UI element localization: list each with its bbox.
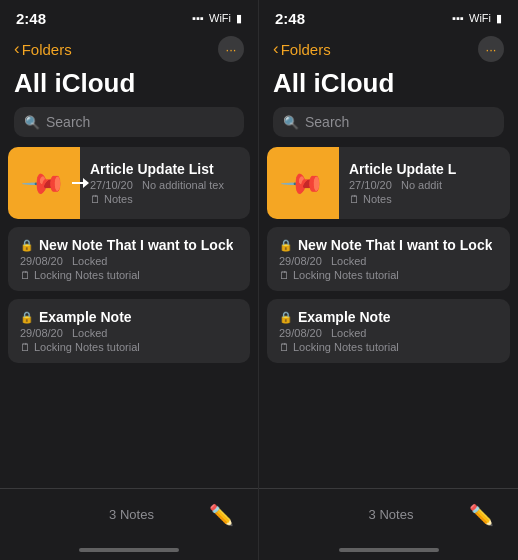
status-icons-left: ▪▪▪ WiFi ▮ [192,12,242,25]
locked-title-1-right: New Note That I want to Lock [298,237,492,253]
locked-header-2-right: 🔒 Example Note [279,309,498,325]
locked-note-1-right[interactable]: 🔒 New Note That I want to Lock 29/08/20 … [267,227,510,291]
pinned-content-right: Article Update L 27/10/20 No addit 🗒 Not… [339,153,510,213]
folder-icon-pinned-right: 🗒 [349,193,360,205]
home-indicator-right [259,540,518,560]
home-bar-right [339,548,439,552]
notes-list-left: 📌 Article Update List 27/10/20 No additi… [0,147,258,488]
locked-title-2-left: Example Note [39,309,132,325]
locked-header-2-left: 🔒 Example Note [20,309,238,325]
folder-icon-left: 🗒 [90,193,101,205]
compose-icon-right[interactable]: ✏️ [469,503,494,527]
pin-icon-left: 📌 [20,159,68,207]
pinned-note-inner-right: 📌 Article Update L 27/10/20 No addit 🗒 N… [267,147,510,219]
search-placeholder-left: Search [46,114,90,130]
locked-meta-1-left: 29/08/20 Locked [20,255,238,267]
locked-content-2-left: 🔒 Example Note 29/08/20 Locked 🗒 Locking… [8,299,250,363]
locked-folder-1-left: 🗒 Locking Notes tutorial [20,269,238,281]
wifi-icon-right: WiFi [469,12,491,24]
wifi-icon: WiFi [209,12,231,24]
pinned-thumb-left: 📌 [8,147,80,219]
locked-content-1-left: 🔒 New Note That I want to Lock 29/08/20 … [8,227,250,291]
locked-folder-1-right: 🗒 Locking Notes tutorial [279,269,498,281]
battery-icon: ▮ [236,12,242,25]
locked-note-2-left[interactable]: 🔒 Example Note 29/08/20 Locked 🗒 Locking… [8,299,250,363]
locked-status-1-left: Locked [72,255,107,267]
locked-date-1-left: 29/08/20 [20,255,63,267]
pinned-preview-right: No addit [401,179,442,191]
compose-icon-left[interactable]: ✏️ [209,503,234,527]
right-panel: 2:48 ▪▪▪ WiFi ▮ ‹ Folders ··· All iCloud… [259,0,518,560]
locked-content-2-right: 🔒 Example Note 29/08/20 Locked 🗒 Locking… [267,299,510,363]
left-panel: 2:48 ▪▪▪ WiFi ▮ ‹ Folders ··· All iCloud… [0,0,259,560]
status-time-right: 2:48 [275,10,305,27]
pinned-meta-right: 27/10/20 No addit [349,179,500,191]
more-button-right[interactable]: ··· [478,36,504,62]
locked-header-1-left: 🔒 New Note That I want to Lock [20,237,238,253]
battery-icon-right: ▮ [496,12,502,25]
pinned-folder-name-left: Notes [104,193,133,205]
locked-folder-2-left: 🗒 Locking Notes tutorial [20,341,238,353]
locked-date-1-right: 29/08/20 [279,255,322,267]
lock-icon-2-right: 🔒 [279,311,293,324]
pinned-thumb-right: 📌 [267,147,339,219]
pinned-date-right: 27/10/20 [349,179,392,191]
nav-bar-right: ‹ Folders ··· [259,32,518,68]
home-indicator-left [0,540,258,560]
lock-icon-1-right: 🔒 [279,239,293,252]
pinned-note-left[interactable]: 📌 Article Update List 27/10/20 No additi… [8,147,250,219]
notes-list-right: 📌 Article Update L 27/10/20 No addit 🗒 N… [259,147,518,488]
locked-note-1-left[interactable]: 🔒 New Note That I want to Lock 29/08/20 … [8,227,250,291]
more-button-left[interactable]: ··· [218,36,244,62]
pinned-date-left: 27/10/20 [90,179,133,191]
status-bar-left: 2:48 ▪▪▪ WiFi ▮ [0,0,258,32]
back-chevron-left: ‹ [14,39,20,59]
pinned-folder-left: 🗒 Notes [90,193,240,205]
locked-folder-name-1-right: Locking Notes tutorial [293,269,399,281]
locked-status-2-left: Locked [72,327,107,339]
more-icon-right: ··· [486,42,497,57]
locked-date-2-right: 29/08/20 [279,327,322,339]
back-label-left: Folders [22,41,72,58]
locked-title-2-right: Example Note [298,309,391,325]
lock-icon-1-left: 🔒 [20,239,34,252]
locked-folder-name-2-left: Locking Notes tutorial [34,341,140,353]
locked-header-1-right: 🔒 New Note That I want to Lock [279,237,498,253]
folder-icon-locked-2-left: 🗒 [20,341,31,353]
locked-folder-name-2-right: Locking Notes tutorial [293,341,399,353]
pinned-content-left: Article Update List 27/10/20 No addition… [80,153,250,213]
back-button-left[interactable]: ‹ Folders [14,39,72,59]
search-icon-right: 🔍 [283,115,299,130]
folder-icon-locked-1-right: 🗒 [279,269,290,281]
pinned-title-left: Article Update List [90,161,240,177]
search-icon-left: 🔍 [24,115,40,130]
locked-folder-2-right: 🗒 Locking Notes tutorial [279,341,498,353]
nav-bar-left: ‹ Folders ··· [0,32,258,68]
locked-folder-name-1-left: Locking Notes tutorial [34,269,140,281]
notes-count-right: 3 Notes [313,507,469,522]
pinned-preview-left: No additional tex [142,179,224,191]
bottom-bar-left: 3 Notes ✏️ [0,488,258,540]
bottom-bar-right: 3 Notes ✏️ [259,488,518,540]
page-title-right: All iCloud [259,68,518,107]
status-time-left: 2:48 [16,10,46,27]
locked-date-2-left: 29/08/20 [20,327,63,339]
lock-icon-2-left: 🔒 [20,311,34,324]
notes-count-left: 3 Notes [54,507,209,522]
back-button-right[interactable]: ‹ Folders [273,39,331,59]
page-title-left: All iCloud [0,68,258,107]
pinned-meta-left: 27/10/20 No additional tex [90,179,240,191]
signal-icon-right: ▪▪▪ [452,12,464,24]
folder-icon-locked-1-left: 🗒 [20,269,31,281]
pinned-note-inner-left: 📌 Article Update List 27/10/20 No additi… [8,147,250,219]
locked-meta-2-right: 29/08/20 Locked [279,327,498,339]
pinned-note-right[interactable]: 📌 Article Update L 27/10/20 No addit 🗒 N… [267,147,510,219]
pinned-title-right: Article Update L [349,161,500,177]
locked-note-2-right[interactable]: 🔒 Example Note 29/08/20 Locked 🗒 Locking… [267,299,510,363]
locked-content-1-right: 🔒 New Note That I want to Lock 29/08/20 … [267,227,510,291]
search-bar-right[interactable]: 🔍 Search [273,107,504,137]
drag-arrow-left [72,182,88,184]
pin-icon-right: 📌 [279,159,327,207]
home-bar-left [79,548,179,552]
search-bar-left[interactable]: 🔍 Search [14,107,244,137]
